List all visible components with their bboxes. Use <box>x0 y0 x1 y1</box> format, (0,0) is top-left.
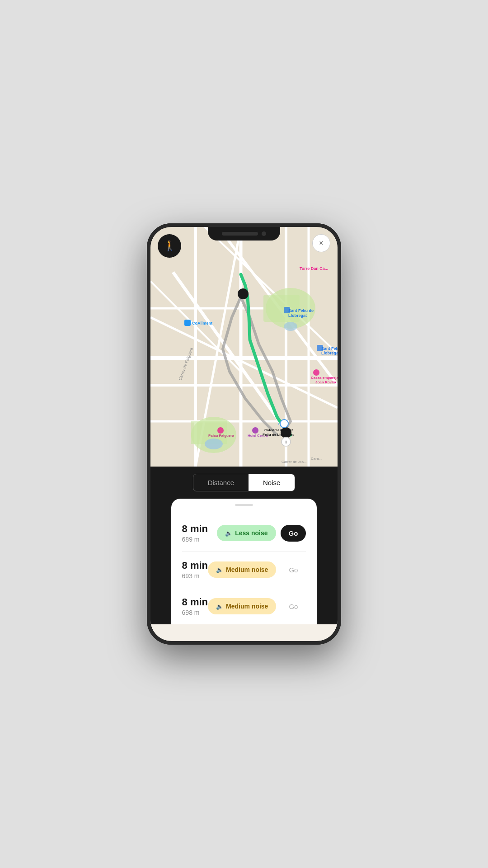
noise-label-3: Medium noise <box>226 603 268 610</box>
noise-badge-3[interactable]: Medium noise <box>208 598 276 614</box>
route-time-1: 8 min 689 m <box>182 523 208 543</box>
svg-text:P: P <box>278 422 281 425</box>
svg-rect-29 <box>284 307 290 313</box>
time-label-2: 8 min <box>182 560 208 571</box>
noise-badge-2[interactable]: Medium noise <box>208 561 276 578</box>
speaker-icon-1 <box>225 529 232 537</box>
time-label-1: 8 min <box>182 523 208 535</box>
svg-text:i: i <box>285 439 286 444</box>
tab-distance[interactable]: Distance <box>193 474 249 491</box>
go-button-3[interactable]: Go <box>281 598 306 615</box>
tab-noise[interactable]: Noise <box>249 474 295 491</box>
route-row: 8 min 689 m Less noise Go <box>182 515 306 552</box>
svg-point-36 <box>217 427 224 434</box>
noise-label-2: Medium noise <box>226 566 268 573</box>
svg-text:Llobregat: Llobregat <box>288 313 307 318</box>
svg-point-33 <box>313 369 319 376</box>
route-row-2: 8 min 693 m Medium noise Go <box>182 552 306 588</box>
svg-point-19 <box>205 439 223 449</box>
bottom-dark-panel: Distance Noise 8 min 689 m Less noise <box>150 467 338 624</box>
route-actions-3: Medium noise Go <box>208 598 306 615</box>
speaker-icon-3 <box>216 603 223 610</box>
dist-label-2: 693 m <box>182 572 208 580</box>
svg-text:Carrer de Joa...: Carrer de Joa... <box>282 460 307 464</box>
time-label-3: 8 min <box>182 596 208 608</box>
screen: i CoAliment Sant Feliu de Llobregat Sant… <box>150 227 338 641</box>
svg-text:Sant Feliu de: Sant Feliu de <box>288 308 314 313</box>
noise-badge-1[interactable]: Less noise <box>217 525 276 541</box>
svg-text:Feliu de Llobregat: Feliu de Llobregat <box>263 433 294 437</box>
notch-dot <box>262 231 266 236</box>
dist-label-1: 689 m <box>182 536 208 543</box>
svg-text:Torre Dan Ca...: Torre Dan Ca... <box>300 266 328 271</box>
map-svg: i CoAliment Sant Feliu de Llobregat Sant… <box>150 227 338 467</box>
walk-icon: 🚶 <box>164 240 176 252</box>
svg-text:Casas emparejadas: Casas emparejadas <box>311 376 338 380</box>
bottom-sheet: 8 min 689 m Less noise Go 8 min <box>171 499 317 624</box>
svg-point-21 <box>238 288 249 299</box>
walk-mode-button[interactable]: 🚶 <box>158 234 181 258</box>
svg-text:Sant Feliu d...: Sant Feliu d... <box>321 346 338 351</box>
route-row-3: 8 min 698 m Medium noise Go <box>182 588 306 624</box>
noise-label-1: Less noise <box>235 529 267 537</box>
svg-text:CoAliment: CoAliment <box>192 321 212 326</box>
route-actions-2: Medium noise Go <box>208 561 306 578</box>
route-time-3: 8 min 698 m <box>182 596 208 616</box>
svg-text:Joan Rovira: Joan Rovira <box>315 380 336 384</box>
notch <box>208 227 280 241</box>
svg-text:Llobregat: Llobregat <box>321 351 338 355</box>
svg-text:Palau Falguera: Palau Falguera <box>208 434 234 438</box>
map-area: i CoAliment Sant Feliu de Llobregat Sant… <box>150 227 338 467</box>
svg-point-20 <box>284 322 297 331</box>
go-button-2[interactable]: Go <box>281 561 306 578</box>
notch-pill <box>222 232 258 236</box>
svg-point-38 <box>252 427 258 434</box>
sheet-handle <box>235 504 253 506</box>
route-actions-1: Less noise Go <box>217 525 306 542</box>
close-icon: × <box>319 239 323 247</box>
svg-text:Catedral de Sant: Catedral de Sant <box>264 428 293 432</box>
phone-frame: i CoAliment Sant Feliu de Llobregat Sant… <box>147 223 341 645</box>
speaker-icon-2 <box>216 566 223 573</box>
tab-switcher: Distance Noise <box>193 474 296 491</box>
svg-rect-25 <box>184 320 191 326</box>
svg-text:Cara...: Cara... <box>311 457 322 461</box>
svg-rect-32 <box>317 345 323 351</box>
close-button[interactable]: × <box>312 234 330 252</box>
go-button-1[interactable]: Go <box>281 525 306 542</box>
svg-point-40 <box>280 420 288 428</box>
dist-label-3: 698 m <box>182 609 208 616</box>
route-time-2: 8 min 693 m <box>182 560 208 580</box>
